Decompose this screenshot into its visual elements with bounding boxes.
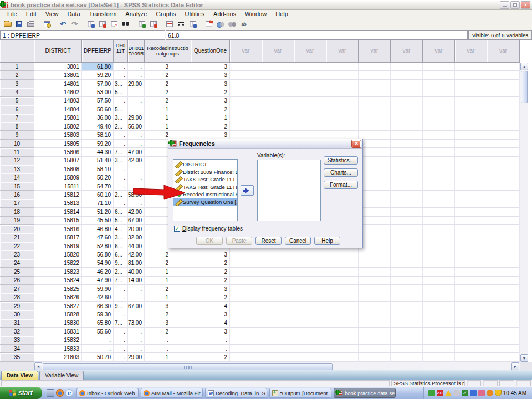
move-variable-button[interactable] [241, 185, 254, 196]
cell-var9-row11[interactable] [487, 148, 520, 156]
cell-var1-row3[interactable] [230, 80, 262, 88]
cell-var2-row32[interactable] [262, 328, 294, 336]
cell-var6-row10[interactable] [391, 140, 423, 148]
cell-dpfeierp-row17[interactable]: 71.10 [82, 200, 114, 208]
dialog-close-icon[interactable]: ✕ [352, 140, 361, 147]
cell-df011t-row17[interactable]: . [114, 200, 128, 208]
cell-var7-row11[interactable] [423, 148, 455, 156]
cell-var8-row16[interactable] [455, 191, 487, 199]
cell-var8-row30[interactable] [455, 310, 487, 319]
cell-var6-row9[interactable] [391, 131, 423, 139]
cell-district-row1[interactable]: 3801 [34, 63, 82, 71]
cell-dh011ta09r-row18[interactable]: 42.00 [128, 208, 145, 216]
row-number-10[interactable]: 10 [0, 140, 34, 148]
tab-variable-view[interactable]: Variable View [39, 371, 84, 380]
cell-dh011ta09r-row27[interactable]: . [128, 285, 145, 293]
cell-var8-row10[interactable] [455, 140, 487, 148]
cell-var7-row2[interactable] [423, 71, 455, 79]
cell-var2-row33[interactable] [262, 336, 294, 345]
cell-var6-row13[interactable] [391, 165, 423, 173]
cell-var4-row27[interactable] [326, 285, 359, 293]
cell-dh011ta09r-row20[interactable]: 20.00 [128, 225, 145, 233]
cell-var1-row7[interactable] [230, 114, 262, 122]
minimize-button[interactable] [500, 1, 509, 9]
scroll-left-button[interactable]: ◄ [34, 362, 42, 371]
cell-var8-row2[interactable] [455, 71, 487, 79]
show-all-variables-icon[interactable] [226, 19, 238, 29]
cell-recoded-row26[interactable]: 1 [145, 277, 191, 285]
cell-dpfeierp-row32[interactable]: 55.60 [82, 328, 114, 336]
cell-questionone-row1[interactable]: 3 [191, 63, 230, 71]
cell-var9-row16[interactable] [487, 191, 520, 199]
cell-var9-row33[interactable] [487, 336, 520, 345]
cell-var2-row3[interactable] [262, 80, 294, 88]
undo-icon[interactable]: ↶ [57, 19, 69, 29]
cell-district-row12[interactable]: 15807 [34, 157, 82, 165]
cell-dpfeierp-row29[interactable]: 66.30 [82, 302, 114, 310]
cell-dpfeierp-row3[interactable]: 57.00 [82, 80, 114, 88]
cell-df011t-row13[interactable]: . [114, 165, 128, 173]
cell-dpfeierp-row8[interactable]: 49.40 [82, 122, 114, 131]
cell-dh011ta09r-row25[interactable]: 40.00 [128, 268, 145, 276]
cell-var7-row29[interactable] [423, 302, 455, 310]
cell-var6-row14[interactable] [391, 173, 423, 182]
cell-var9-row9[interactable] [487, 131, 520, 139]
select-cases-icon[interactable] [187, 19, 198, 29]
cell-recoded-row5[interactable]: 2 [145, 97, 191, 105]
cell-district-row20[interactable]: 15816 [34, 225, 82, 233]
cell-var3-row32[interactable] [294, 328, 326, 336]
cell-recoded-row32[interactable]: 2 [145, 328, 191, 336]
insert-variable-icon[interactable] [147, 19, 159, 29]
cell-var3-row8[interactable] [294, 122, 326, 131]
cell-var2-row8[interactable] [262, 122, 294, 131]
cell-df011t-row19[interactable]: 5... [114, 217, 128, 225]
goto-variable-icon[interactable] [96, 19, 108, 29]
cell-var7-row10[interactable] [423, 140, 455, 148]
cell-dh011ta09r-row9[interactable]: . [128, 131, 145, 139]
cell-recoded-row29[interactable]: 3 [145, 302, 191, 310]
cell-questionone-row24[interactable]: 2 [191, 259, 230, 268]
cell-var3-row29[interactable] [294, 302, 326, 310]
goto-case-icon[interactable] [85, 19, 96, 29]
cell-var5-row20[interactable] [359, 225, 391, 233]
cell-dh011ta09r-row21[interactable]: 32.00 [128, 233, 145, 242]
cell-var7-row32[interactable] [423, 328, 455, 336]
cell-df011t-row4[interactable]: 5... [114, 88, 128, 96]
cell-dh011ta09r-row29[interactable]: 67.00 [128, 302, 145, 310]
cell-var7-row26[interactable] [423, 277, 455, 285]
cell-var9-row25[interactable] [487, 268, 520, 276]
cell-var5-row31[interactable] [359, 319, 391, 328]
cell-var7-row17[interactable] [423, 200, 455, 208]
cell-district-row14[interactable]: 15809 [34, 173, 82, 182]
cell-var8-row20[interactable] [455, 225, 487, 233]
cell-var6-row18[interactable] [391, 208, 423, 216]
cell-var8-row1[interactable] [455, 63, 487, 71]
ati-icon[interactable]: ATI [437, 390, 443, 396]
format-button[interactable]: Format... [324, 181, 358, 189]
cell-var6-row7[interactable] [391, 114, 423, 122]
cell-dh011ta09r-row7[interactable]: 29.00 [128, 114, 145, 122]
cell-var7-row4[interactable] [423, 88, 455, 96]
cell-district-row22[interactable]: 15819 [34, 242, 82, 250]
cell-questionone-row7[interactable]: 1 [191, 114, 230, 122]
cell-var6-row15[interactable] [391, 182, 423, 191]
cell-df011t-row35[interactable]: . [114, 353, 128, 361]
cell-recoded-row24[interactable]: 2 [145, 259, 191, 268]
row-number-30[interactable]: 30 [0, 310, 34, 319]
cell-questionone-row31[interactable]: 4 [191, 319, 230, 328]
row-number-2[interactable]: 2 [0, 71, 34, 79]
cell-dh011ta09r-row2[interactable]: . [128, 71, 145, 79]
cell-df011t-row9[interactable]: . [114, 131, 128, 139]
cell-var6-row34[interactable] [391, 345, 423, 353]
cell-var6-row20[interactable] [391, 225, 423, 233]
tab-data-view[interactable]: Data View [1, 371, 38, 380]
cell-var2-row5[interactable] [262, 97, 294, 105]
cell-recoded-row34[interactable]: . [145, 345, 191, 353]
cell-questionone-row3[interactable]: 3 [191, 80, 230, 88]
cell-recoded-row6[interactable]: 1 [145, 105, 191, 114]
cell-var5-row34[interactable] [359, 345, 391, 353]
cell-var1-row5[interactable] [230, 97, 262, 105]
cell-var4-row7[interactable] [326, 114, 359, 122]
cell-var9-row35[interactable] [487, 353, 520, 361]
taskbar-button-4[interactable]: *Output1 [Document... [269, 388, 331, 398]
